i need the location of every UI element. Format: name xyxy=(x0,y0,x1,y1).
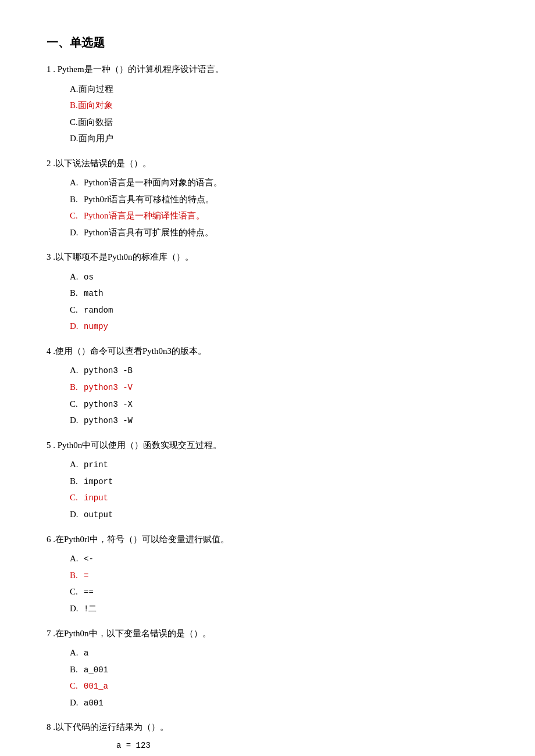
option-label: D. xyxy=(70,506,84,523)
option-text: python3 -X xyxy=(84,397,133,413)
option-4d: D.python3 -W xyxy=(70,412,488,429)
option-3a: A.os xyxy=(70,268,488,285)
option-label: B. xyxy=(70,567,84,584)
option-text: os xyxy=(84,270,94,285)
option-text: random xyxy=(84,303,113,318)
option-text: == xyxy=(84,585,94,600)
option-text: python3 -B xyxy=(84,363,133,379)
option-label: A. xyxy=(70,268,84,285)
option-label: A. xyxy=(70,644,84,661)
option-label: B. xyxy=(70,379,84,396)
option-label: C. xyxy=(70,207,84,224)
option-4c: C.python3 -X xyxy=(70,396,488,413)
option-label: D. xyxy=(70,224,84,241)
option-text: 面向对象 xyxy=(78,101,113,110)
question-4-text: 4 .使用（）命令可以查看Pyth0n3的版本。 xyxy=(47,344,488,359)
question-5-options: A.print B.import C.input D.output xyxy=(70,456,488,522)
option-text: import xyxy=(84,474,113,490)
option-text: 面向数据 xyxy=(78,117,113,127)
question-7-options: A.a B.a_001 C.001_a D.a001 xyxy=(70,644,488,711)
question-4: 4 .使用（）命令可以查看Pyth0n3的版本。 A.python3 -B B.… xyxy=(47,344,488,429)
question-1-text: 1 . Pythem是一种（）的计算机程序设计语言。 xyxy=(47,62,488,77)
option-4a: A.python3 -B xyxy=(70,362,488,379)
option-text: print xyxy=(84,457,108,473)
option-2d: D.Python语言具有可扩展性的特点。 xyxy=(70,224,488,241)
question-8: 8 .以下代码的运行结果为（）。 a = 123 print(a) a = 'A… xyxy=(47,720,488,756)
option-text: a_001 xyxy=(84,662,108,678)
option-2b: B.Pyth0rl语言具有可移植性的特点。 xyxy=(70,191,488,208)
option-label: B. xyxy=(70,473,84,490)
option-5a: A.print xyxy=(70,456,488,473)
option-label: A. xyxy=(70,84,79,94)
option-label: C. xyxy=(70,678,84,694)
option-label: A. xyxy=(70,456,84,473)
option-label: B. xyxy=(70,285,84,302)
option-3c: C.random xyxy=(70,302,488,318)
option-text: 面向用户 xyxy=(79,134,113,143)
option-2a: A.Python语言是一种面向对象的语言。 xyxy=(70,174,488,191)
option-3d: D.numpy xyxy=(70,318,488,335)
option-1a: A.面向过程 xyxy=(70,81,488,98)
option-label: D. xyxy=(70,600,84,617)
option-5c: C.input xyxy=(70,489,488,506)
question-8-text: 8 .以下代码的运行结果为（）。 xyxy=(47,720,488,735)
option-6c: C.== xyxy=(70,583,488,600)
option-6d: D.!二 xyxy=(70,600,488,617)
option-text: input xyxy=(84,490,108,506)
option-label: D. xyxy=(70,694,84,711)
question-7: 7 .在Pyth0n中，以下变量名错误的是（）。 A.a B.a_001 C.0… xyxy=(47,626,488,711)
option-text: !二 xyxy=(84,601,97,617)
option-1d: D.面向用户 xyxy=(70,130,488,147)
option-label: C. xyxy=(70,302,84,318)
question-5: 5 . Pyth0n中可以使用（）函数实现交互过程。 A.print B.imp… xyxy=(47,438,488,523)
question-1-options: A.面向过程 B.面向对象 C.面向数据 D.面向用户 xyxy=(70,81,488,147)
option-text: python3 -W xyxy=(84,413,133,429)
option-label: B. xyxy=(70,101,78,110)
question-5-text: 5 . Pyth0n中可以使用（）函数实现交互过程。 xyxy=(47,438,488,453)
option-label: B. xyxy=(70,191,84,208)
question-7-text: 7 .在Pyth0n中，以下变量名错误的是（）。 xyxy=(47,626,488,642)
option-label: D. xyxy=(70,318,84,335)
question-1: 1 . Pythem是一种（）的计算机程序设计语言。 A.面向过程 B.面向对象… xyxy=(47,62,488,147)
option-text: a xyxy=(84,646,88,661)
option-1c: C.面向数据 xyxy=(70,114,488,131)
option-text: Python语言具有可扩展性的特点。 xyxy=(84,224,213,241)
option-label: D. xyxy=(70,134,79,143)
option-7d: D.a001 xyxy=(70,694,488,711)
option-1b: B.面向对象 xyxy=(70,97,488,114)
option-label: B. xyxy=(70,661,84,678)
option-5d: D.output xyxy=(70,506,488,523)
question-6-options: A.<- B.= C.== D.!二 xyxy=(70,550,488,617)
option-label: D. xyxy=(70,412,84,429)
option-7c: C.001_a xyxy=(70,678,488,694)
option-label: C. xyxy=(70,117,78,127)
option-4b: B.python3 -V xyxy=(70,379,488,396)
option-label: A. xyxy=(70,362,84,379)
question-6-text: 6 .在Pyth0rl中，符号（）可以给变量进行赋值。 xyxy=(47,532,488,547)
section-title: 一、单选题 xyxy=(47,35,488,51)
option-6b: B.= xyxy=(70,567,488,584)
option-label: C. xyxy=(70,583,84,600)
option-7b: B.a_001 xyxy=(70,661,488,678)
question-3-text: 3 .以下哪项不是Pyth0n的标准库（）。 xyxy=(47,250,488,265)
option-text: python3 -V xyxy=(84,380,133,396)
option-text: Python语言是一种编译性语言。 xyxy=(84,207,205,224)
option-text: math xyxy=(84,286,104,302)
question-2-text: 2 .以下说法错误的是（）。 xyxy=(47,156,488,171)
option-2c: C.Python语言是一种编译性语言。 xyxy=(70,207,488,224)
option-text: = xyxy=(84,568,88,584)
question-2-options: A.Python语言是一种面向对象的语言。 B.Pyth0rl语言具有可移植性的… xyxy=(70,174,488,241)
question-4-options: A.python3 -B B.python3 -V C.python3 -X D… xyxy=(70,362,488,428)
code-line-1: a = 123 xyxy=(116,739,488,753)
option-text: Python语言是一种面向对象的语言。 xyxy=(84,174,222,191)
option-label: C. xyxy=(70,396,84,413)
question-3: 3 .以下哪项不是Pyth0n的标准库（）。 A.os B.math C.ran… xyxy=(47,250,488,335)
option-label: C. xyxy=(70,489,84,506)
question-8-code: a = 123 print(a) a = 'ABC' xyxy=(116,739,488,756)
option-text: output xyxy=(84,507,113,523)
option-label: A. xyxy=(70,550,84,567)
option-text: <- xyxy=(84,551,94,567)
option-text: a001 xyxy=(84,696,104,711)
option-text: Pyth0rl语言具有可移植性的特点。 xyxy=(84,191,214,208)
option-text: numpy xyxy=(84,319,108,335)
